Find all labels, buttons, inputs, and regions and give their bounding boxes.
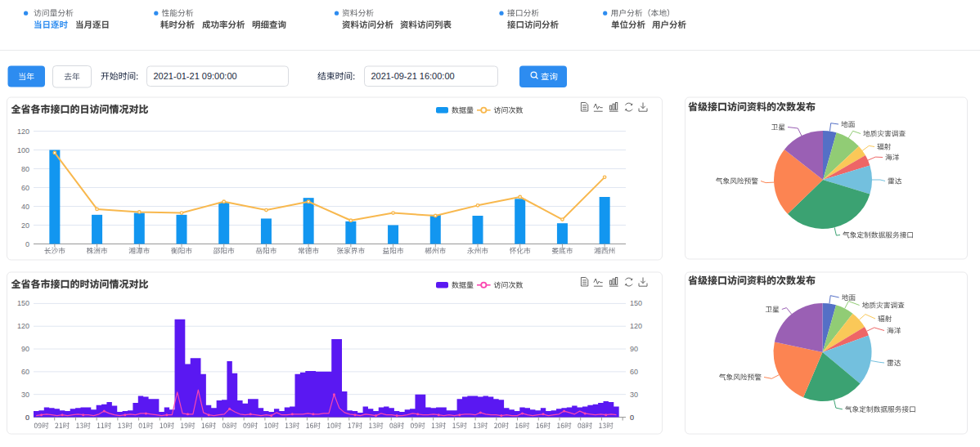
svg-text:30: 30 bbox=[630, 391, 638, 399]
svg-text:100: 100 bbox=[17, 146, 29, 154]
svg-text:0: 0 bbox=[25, 413, 29, 422]
svg-text:60: 60 bbox=[630, 368, 638, 376]
svg-text:120: 120 bbox=[630, 322, 642, 330]
svg-text:2021-01-21 09:00:00: 2021-01-21 09:00:00 bbox=[154, 71, 237, 81]
svg-text:30: 30 bbox=[21, 391, 29, 399]
svg-text:2021-09-21 16:00:00: 2021-09-21 16:00:00 bbox=[371, 71, 455, 81]
svg-text:60: 60 bbox=[21, 368, 29, 376]
svg-text:90: 90 bbox=[21, 345, 29, 353]
svg-text:0: 0 bbox=[630, 413, 634, 422]
svg-text:120: 120 bbox=[17, 127, 29, 136]
svg-text:20: 20 bbox=[21, 221, 29, 230]
svg-text:90: 90 bbox=[630, 345, 638, 353]
svg-text:120: 120 bbox=[17, 322, 29, 330]
svg-text:150: 150 bbox=[17, 299, 29, 307]
svg-text:0: 0 bbox=[25, 240, 29, 248]
svg-text:60: 60 bbox=[21, 184, 29, 192]
svg-text:150: 150 bbox=[630, 299, 642, 307]
svg-text:40: 40 bbox=[21, 203, 29, 211]
svg-text:80: 80 bbox=[21, 165, 29, 173]
